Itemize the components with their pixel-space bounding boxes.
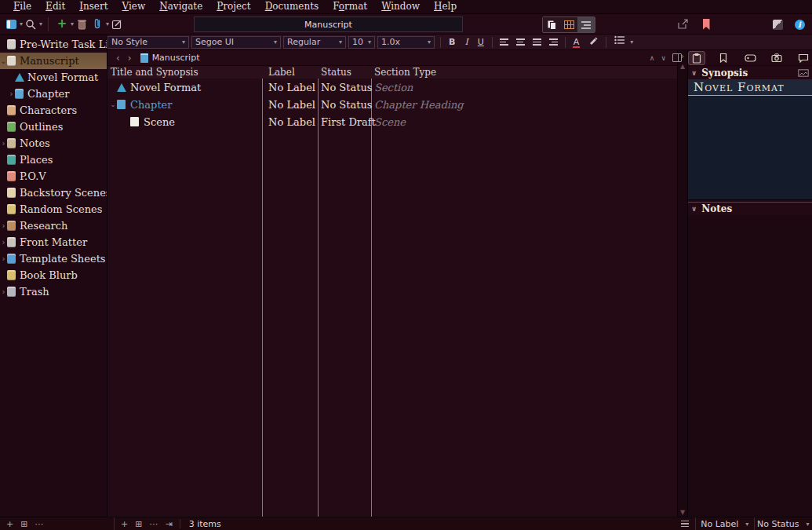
binder-item-pre-write-task-list[interactable]: Pre-Write Task List	[0, 36, 107, 53]
toolbar-title-field[interactable]: Manuscript	[194, 16, 463, 32]
binder-item-research[interactable]: ›Research	[0, 217, 107, 234]
tab-bookmarks[interactable]	[715, 51, 732, 65]
column-header-section-type[interactable]: Section Type	[371, 67, 677, 78]
binder-item-characters[interactable]: Characters	[0, 102, 107, 119]
forward-button[interactable]: ›	[124, 53, 136, 64]
format-dropdown-line-spacing[interactable]: 1.0x▾	[377, 36, 435, 49]
menu-item-file[interactable]: File	[6, 0, 38, 14]
compose-mode-button[interactable]	[770, 16, 785, 33]
jump-to-icon[interactable]: ⇥	[165, 518, 172, 530]
document-view-button[interactable]	[543, 17, 560, 32]
menu-item-format[interactable]: Format	[326, 0, 374, 14]
menu-item-documents[interactable]: Documents	[258, 0, 326, 14]
row-section-type-cell[interactable]: Chapter Heading	[371, 99, 677, 111]
tab-comments[interactable]	[795, 51, 812, 65]
outliner-row-novel-format[interactable]: Novel FormatNo LabelNo StatusSection	[107, 79, 677, 96]
align-center-button[interactable]	[512, 38, 529, 46]
chevron-down-icon[interactable]: ▾	[39, 20, 42, 27]
synopsis-section-header[interactable]: ∨ Synopsis	[688, 66, 812, 79]
row-status-cell[interactable]: First Draft	[318, 116, 371, 128]
scroll-up-icon[interactable]: ▲	[680, 63, 685, 71]
row-label-cell[interactable]: No Label	[262, 82, 318, 93]
info-button[interactable]: i	[792, 16, 807, 33]
binder-item-book-blurb[interactable]: Book Blurb	[0, 267, 107, 283]
binder-item-trash[interactable]: ›Trash	[0, 283, 107, 300]
menu-item-navigate[interactable]: Navigate	[152, 0, 209, 14]
scrollbar-track[interactable]	[678, 71, 687, 509]
bold-button[interactable]: B	[444, 35, 460, 49]
italic-button[interactable]: I	[460, 35, 472, 49]
menu-item-help[interactable]: Help	[427, 0, 464, 14]
next-document-button[interactable]: ∨	[661, 54, 666, 62]
format-dropdown-variant[interactable]: Regular▾	[283, 36, 346, 49]
more-options-button[interactable]: ⋯	[149, 518, 158, 530]
notes-text-area[interactable]	[688, 215, 812, 517]
column-header-status[interactable]: Status	[318, 67, 371, 78]
compose-button[interactable]	[109, 16, 125, 33]
label-dropdown[interactable]: No Label ▾	[696, 517, 754, 530]
column-divider[interactable]	[371, 79, 372, 517]
binder-item-chapter[interactable]: ›Chapter	[0, 86, 107, 102]
column-divider[interactable]	[262, 79, 263, 517]
picture-icon[interactable]	[798, 69, 809, 77]
back-button[interactable]: ‹	[112, 53, 124, 64]
row-label-cell[interactable]: No Label	[262, 116, 318, 128]
menu-item-view[interactable]: View	[115, 0, 153, 14]
column-header-title[interactable]: Title and Synopsis	[107, 67, 262, 78]
row-label-cell[interactable]: No Label	[262, 99, 318, 111]
highlight-button[interactable]	[584, 35, 603, 49]
share-button[interactable]	[675, 16, 690, 33]
list-format-button[interactable]	[610, 35, 629, 49]
binder-item-front-matter[interactable]: ›Front Matter	[0, 234, 107, 250]
outliner-scrollbar[interactable]: › ▲ ▼	[677, 50, 688, 517]
tab-snapshots[interactable]	[768, 51, 785, 65]
binder-item-novel-format[interactable]: Novel Format	[0, 69, 107, 86]
binder-item-p-o-v[interactable]: P.O.V	[0, 168, 107, 185]
binder-item-random-scenes[interactable]: Random Scenes	[0, 201, 107, 217]
format-dropdown-style[interactable]: No Style▾	[107, 36, 189, 49]
corkboard-view-button[interactable]	[560, 17, 577, 32]
row-status-cell[interactable]: No Status	[318, 82, 371, 93]
row-section-type-cell[interactable]: Section	[371, 82, 677, 93]
menu-item-insert[interactable]: Insert	[72, 0, 115, 14]
search-button[interactable]	[23, 16, 38, 33]
outliner-view-button[interactable]	[577, 17, 595, 32]
binder-item-outlines[interactable]: Outlines	[0, 119, 107, 135]
add-folder-button[interactable]: ⊞	[135, 518, 142, 530]
text-color-button[interactable]: A	[569, 35, 584, 49]
binder-toggle-button[interactable]	[3, 16, 19, 33]
project-bookmarks-button[interactable]	[698, 16, 714, 33]
add-item-button[interactable]: +	[54, 16, 70, 33]
binder-item-template-sheets[interactable]: ›Template Sheets	[0, 250, 107, 267]
synopsis-title-bar[interactable]: Novel Format	[688, 79, 812, 96]
column-header-label[interactable]: Label	[262, 67, 318, 78]
more-options-button[interactable]: ⋯	[35, 518, 43, 530]
outliner-columns-button[interactable]	[681, 521, 689, 528]
split-editor-icon[interactable]	[672, 53, 682, 62]
binder-item-backstory-scenes[interactable]: Backstory Scenes	[0, 185, 107, 201]
paperclip-button[interactable]	[89, 16, 105, 33]
scroll-down-icon[interactable]: ▼	[680, 509, 685, 517]
align-right-button[interactable]	[545, 38, 562, 46]
column-divider[interactable]	[318, 79, 319, 517]
binder-item-notes[interactable]: ›Notes	[0, 135, 107, 152]
chevron-down-icon[interactable]: ▾	[630, 38, 633, 46]
previous-document-button[interactable]: ∧	[650, 54, 655, 62]
binder-item-places[interactable]: Places	[0, 152, 107, 168]
format-dropdown-font[interactable]: Segoe UI▾	[191, 36, 281, 49]
trash-button[interactable]	[74, 16, 89, 33]
add-document-button[interactable]: +	[6, 518, 13, 530]
format-dropdown-size[interactable]: 10▾	[348, 36, 375, 49]
binder-item-manuscript[interactable]: ⌄Manuscript	[0, 53, 107, 69]
menu-item-edit[interactable]: Edit	[38, 0, 72, 14]
add-folder-button[interactable]: ⊞	[20, 518, 27, 530]
outliner-row-chapter[interactable]: ⌄ChapterNo LabelNo StatusChapter Heading	[107, 96, 677, 113]
notes-section-header[interactable]: ∨ Notes	[688, 202, 812, 215]
row-status-cell[interactable]: No Status	[318, 99, 371, 111]
synopsis-text-area[interactable]	[688, 96, 812, 200]
outliner-row-scene[interactable]: SceneNo LabelFirst DraftScene	[107, 113, 677, 130]
align-left-button[interactable]	[496, 38, 512, 46]
tab-notes[interactable]	[688, 51, 705, 65]
underline-button[interactable]: U	[473, 35, 489, 49]
add-document-button[interactable]: +	[121, 518, 128, 530]
